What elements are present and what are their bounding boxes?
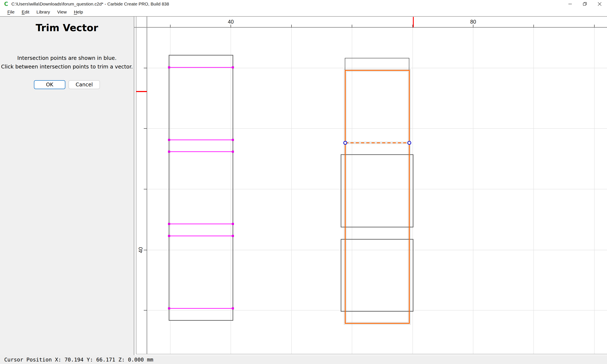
menu-edit[interactable]: Edit xyxy=(18,8,33,16)
ok-button[interactable]: OK xyxy=(34,80,65,89)
cursor-y-marker xyxy=(136,91,147,92)
ruler-label-x: 40 xyxy=(228,19,234,25)
window-controls xyxy=(563,0,607,8)
cursor-x-marker xyxy=(413,17,414,27)
ruler-label-y: 40 xyxy=(138,247,144,253)
vector-endpoint-node xyxy=(168,307,170,310)
vector-endpoint-node xyxy=(232,139,234,141)
vector-rectangle[interactable] xyxy=(345,58,409,70)
selected-vector-rectangle[interactable] xyxy=(345,70,409,323)
instruction-line-1: Intersection points are shown in blue. xyxy=(0,54,134,62)
design-canvas[interactable]: 408040 xyxy=(134,17,607,355)
vector-endpoint-node xyxy=(232,223,234,225)
title-bar: C C:\Users\willa\Downloads\forum_questio… xyxy=(0,0,607,8)
vector-endpoint-node xyxy=(168,151,170,153)
vector-endpoint-node xyxy=(232,235,234,237)
status-bar: Cursor Position X: 70.194 Y: 66.171 Z: 0… xyxy=(0,355,607,364)
canvas-drawing: 408040 xyxy=(134,17,607,355)
selection-halo xyxy=(345,70,409,323)
restore-button[interactable] xyxy=(578,0,592,8)
menu-view[interactable]: View xyxy=(53,8,70,16)
minimize-button[interactable] xyxy=(563,0,578,8)
close-icon xyxy=(597,2,602,6)
vector-endpoint-node xyxy=(232,151,234,153)
menu-library[interactable]: Library xyxy=(33,8,53,16)
vector-endpoint-node xyxy=(168,66,170,68)
vector-rectangle[interactable] xyxy=(169,55,233,320)
vector-endpoint-node xyxy=(232,66,234,68)
panel-instructions: Intersection points are shown in blue. C… xyxy=(0,54,134,71)
restore-icon xyxy=(583,2,587,6)
cancel-button[interactable]: Cancel xyxy=(68,80,100,89)
menu-file[interactable]: File xyxy=(4,8,18,16)
window-title: C:\Users\willa\Downloads\forum_question.… xyxy=(11,1,169,7)
menu-help[interactable]: Help xyxy=(70,8,86,16)
intersection-point xyxy=(408,141,411,144)
vector-endpoint-node xyxy=(168,223,170,225)
close-button[interactable] xyxy=(592,0,607,8)
vector-endpoint-node xyxy=(168,139,170,141)
menu-bar: FileEditLibraryViewHelp xyxy=(0,8,607,17)
vector-endpoint-node xyxy=(232,307,234,310)
cursor-position-readout: Cursor Position X: 70.194 Y: 66.171 Z: 0… xyxy=(4,357,153,363)
app-logo-icon: C xyxy=(3,1,9,7)
trim-vector-panel: Trim Vector Intersection points are show… xyxy=(0,17,134,355)
panel-title: Trim Vector xyxy=(0,22,134,34)
ruler-label-x: 80 xyxy=(470,19,476,25)
instruction-line-2: Click between intersection points to tri… xyxy=(0,62,134,71)
vector-endpoint-node xyxy=(168,235,170,237)
intersection-point xyxy=(344,141,347,144)
minimize-icon xyxy=(568,2,572,6)
